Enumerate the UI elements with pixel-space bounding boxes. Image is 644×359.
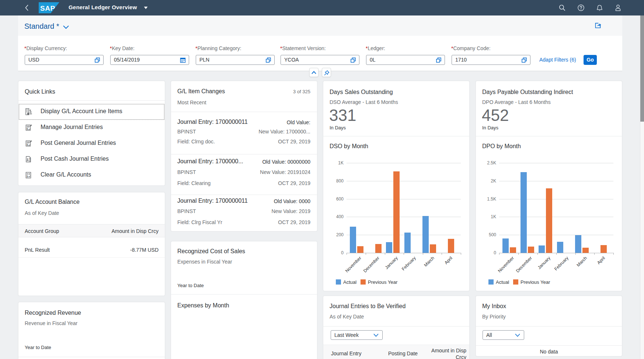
svg-text:SAP: SAP [40, 4, 55, 12]
svg-text:$: $ [27, 143, 28, 146]
svg-text:$: $ [27, 175, 28, 178]
svg-text:$: $ [27, 127, 28, 130]
